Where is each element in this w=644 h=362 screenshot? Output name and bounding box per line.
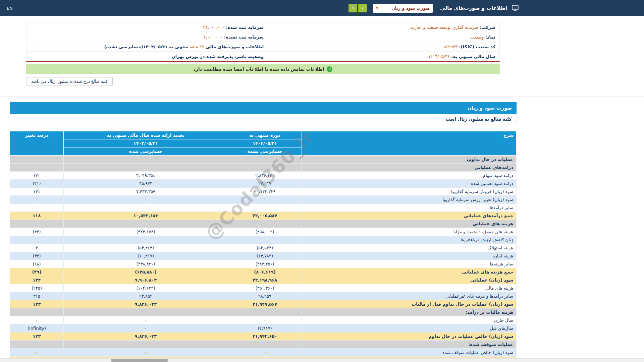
- value-prior-period: (۲۳۸,۸۴۶): [64, 260, 228, 268]
- info-row: شرکت: سرمایه گذاری توسعه صنعت و تجارت سر…: [26, 22, 500, 32]
- value-prior-period: [64, 220, 228, 228]
- value-prior-period: (۶۲۵,۸۸۰): [64, 268, 228, 276]
- data-row: هزینه های حقوق، دستمزد و مزایا(۴۵۸,۰۰۹)(…: [10, 228, 517, 236]
- section-row: هزینه های عملیاتی: [10, 220, 517, 228]
- value-percent-change: ۱۷۱: [10, 188, 64, 196]
- value-percent-change: (Infinity): [10, 324, 64, 333]
- statement-type-select[interactable]: صورت سود و زیان ▼: [373, 4, 433, 13]
- row-label: زیان کاهش ارزش دریافتنی‌ها: [302, 236, 517, 244]
- nav-forward-button[interactable]: ›: [358, 4, 367, 12]
- row-label: جمع درآمدهای عملیاتی: [302, 212, 517, 220]
- language-toggle[interactable]: EN: [7, 6, 12, 11]
- value-current-period: ۰: [228, 204, 302, 212]
- horizontal-scrollbar[interactable]: [0, 358, 644, 362]
- row-label: درآمد سود تضمین شده: [302, 180, 517, 188]
- signed-info-text: اطلاعات نمایش داده شده با اطلاعات امضا ش…: [194, 67, 324, 72]
- info-row: سال مالی منتهی به: ۱۴۰۴/۰۵/۳۱ وضعیت ناشر…: [26, 52, 500, 62]
- row-label: سال‌های قبل: [302, 324, 517, 333]
- row-label: سال جاری: [302, 316, 517, 324]
- data-row: درآمد سود سهام۲,۸۳۶,۱۴۱۳,۰۴۹,۳۵۱(۷): [10, 172, 517, 180]
- statement-nav-buttons: › ‹: [348, 4, 367, 12]
- data-row: هزینه اجاره(۱۳,۷۸۲)(۱۰,۴۱۷)(۳۲): [10, 252, 517, 260]
- column-header-period-date: ۱۴۰۴/۰۵/۳۱: [228, 139, 302, 147]
- info-label: سرمایه ثبت نشده:: [224, 35, 264, 40]
- value-current-period: ۰: [228, 236, 302, 244]
- value-current-period: ۲۱,۹۴۲,۶۵۰: [228, 333, 302, 341]
- registered-capital-value: ۲۸,۰۰۰,۰۰۰: [203, 25, 224, 30]
- data-row: سایر درآمدها و هزینه های غیرعملیاتی۹۸,۹۵…: [10, 292, 517, 300]
- value-current-period: (۸۰۶,۶۱۹): [228, 268, 302, 276]
- value-prior-period: ۲۳,۸۵۴: [64, 292, 228, 300]
- report-period-text: اطلاعات و صورت‌های مالی: [206, 44, 264, 49]
- info-row: کد صنعت (ISIC): ۵۶۹۹۲۳ اطلاعات و صورت‌ها…: [26, 42, 500, 52]
- table-header-row: شرح دوره منتهی به تجدید ارائه شده سال ما…: [10, 131, 517, 139]
- value-prior-period: ۰: [64, 316, 228, 324]
- value-current-period: ۲,۸۳۶,۱۴۱: [228, 172, 302, 180]
- company-info-panel: شرکت: سرمایه گذاری توسعه صنعت و تجارت سر…: [26, 22, 500, 62]
- value-percent-change: (۷): [10, 172, 64, 180]
- row-label: هزینه مالیات بر درآمد:: [302, 308, 517, 316]
- statement-unit-note: کلیه مبالغ به میلیون ریال است: [10, 114, 517, 124]
- column-header-restated-audit: حسابرسی شده: [64, 147, 228, 156]
- value-percent-change: (۴۱): [10, 180, 64, 188]
- section-row: هزینه مالیات بر درآمد:: [10, 308, 517, 316]
- value-prior-period: ۷,۴۳۷,۳۵۹: [64, 188, 228, 196]
- data-row: درآمد سود تضمین شده۲۷,۲۱۷۴۵,۹۷۳(۴۱): [10, 180, 517, 188]
- value-current-period: (۱۳,۷۸۲): [228, 252, 302, 260]
- row-label: سایر هزینه‌ها: [302, 260, 517, 268]
- value-prior-period: ۰: [64, 236, 228, 244]
- column-header-restated-date: ۱۴۰۳/۰۵/۳۱: [64, 139, 228, 147]
- value-percent-change: [10, 164, 64, 172]
- issuer-status-value: پذیرفته شده در بورس تهران: [172, 54, 233, 59]
- chevron-down-icon: ▼: [376, 7, 378, 10]
- row-label: سایر درآمدها و هزینه های غیرعملیاتی: [302, 292, 517, 300]
- value-current-period: ۲۳,۰۰۵,۵۸۷: [228, 212, 302, 220]
- value-percent-change: (۴۲): [10, 228, 64, 236]
- value-percent-change: ۰: [10, 196, 64, 204]
- fiscal-year-value: ۱۴۰۴/۰۵/۳۱: [428, 54, 450, 59]
- value-current-period: (۲۸۲,۲۵۶): [228, 260, 302, 268]
- value-current-period: [228, 164, 302, 172]
- column-header-description: شرح: [302, 131, 517, 156]
- section-row: عملیات در حال تداوم:: [10, 156, 517, 164]
- value-percent-change: ۲: [10, 244, 64, 252]
- page-title: اطلاعات و صورت‌های مالی: [440, 5, 507, 11]
- value-percent-change: ۰: [10, 204, 64, 212]
- nav-back-button[interactable]: ‹: [348, 4, 357, 12]
- income-statement-table: شرح دوره منتهی به تجدید ارائه شده سال ما…: [10, 131, 517, 362]
- value-prior-period: [64, 341, 228, 349]
- value-percent-change: (۲۹): [10, 268, 64, 276]
- value-prior-period: [64, 156, 228, 164]
- value-current-period: ۲۰,۱۴۲,۲۲۹: [228, 188, 302, 196]
- row-label: سود (زیان) عملیاتی: [302, 276, 517, 284]
- value-prior-period: (۵۳,۴۶۳): [64, 244, 228, 252]
- company-name-link[interactable]: سرمایه گذاری توسعه صنعت و تجارت: [410, 25, 478, 30]
- value-current-period: [228, 156, 302, 164]
- info-label: شرکت:: [480, 25, 495, 30]
- data-row: سود (زیان) خالص عملیات متوقف شده۰۰۰: [10, 349, 517, 357]
- info-label: سال مالی منتهی به:: [451, 54, 495, 59]
- value-current-period: ۰: [228, 316, 302, 324]
- row-label: سود (زیان) عملیات در حال تداوم قبل از ما…: [302, 300, 517, 308]
- value-percent-change: [10, 220, 64, 228]
- row-label: سود (زیان) خالص عملیات در حال تداوم: [302, 333, 517, 341]
- data-row: سایر هزینه‌ها(۲۸۲,۲۵۶)(۲۳۸,۸۴۶)(۱۸): [10, 260, 517, 268]
- row-label: هزینه اجاره: [302, 252, 517, 260]
- info-icon: i: [327, 66, 332, 72]
- value-percent-change: ۳۱۵: [10, 292, 64, 300]
- unit-note-box: کلیه مبالغ درج شده به میلیون ریال می باش…: [26, 77, 113, 85]
- section-row: درآمدهای عملیاتی: [10, 164, 517, 172]
- value-prior-period: (۱۰۴,۶۲۴): [64, 284, 228, 292]
- row-label: سود (زیان) خالص عملیات متوقف شده: [302, 349, 517, 357]
- value-current-period: ۲۷,۲۱۷: [228, 180, 302, 188]
- scrollbar-thumb[interactable]: [111, 359, 168, 362]
- value-current-period: (۴,۹۱۷): [228, 324, 302, 333]
- value-prior-period: ۰: [64, 324, 228, 333]
- row-label: سود (زیان) فروش سرمایه گذاریها: [302, 188, 517, 196]
- row-label: درآمد سود سهام: [302, 172, 517, 180]
- symbol-link[interactable]: وصنعت: [470, 35, 484, 40]
- value-prior-period: ۰: [64, 196, 228, 204]
- statement-title-bar: صورت سود و زیان: [10, 102, 517, 114]
- data-row: هزینه استهلاک(۵۲,۵۷۲)(۵۳,۴۶۳)۲: [10, 244, 517, 252]
- section-row: عملیات متوقف شده:: [10, 341, 517, 349]
